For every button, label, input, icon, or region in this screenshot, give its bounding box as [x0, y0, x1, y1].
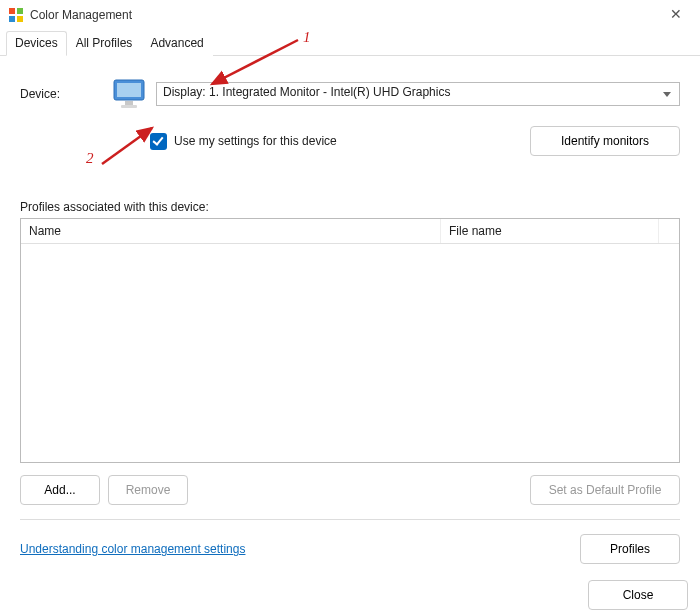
svg-rect-6 — [125, 101, 133, 105]
title-bar: Color Management ✕ — [0, 0, 700, 30]
svg-rect-7 — [121, 105, 137, 108]
color-mgmt-icon — [8, 7, 24, 23]
svg-rect-0 — [9, 8, 15, 14]
device-label: Device: — [20, 87, 110, 101]
close-button[interactable]: ✕ — [664, 6, 688, 22]
svg-rect-2 — [9, 16, 15, 22]
column-header-spacer — [659, 219, 679, 243]
tab-all-profiles[interactable]: All Profiles — [67, 31, 142, 56]
tab-advanced[interactable]: Advanced — [141, 31, 212, 56]
remove-button: Remove — [108, 475, 188, 505]
profiles-associated-label: Profiles associated with this device: — [20, 200, 680, 214]
window-title: Color Management — [30, 8, 132, 22]
svg-rect-1 — [17, 8, 23, 14]
profiles-button[interactable]: Profiles — [580, 534, 680, 564]
svg-rect-3 — [17, 16, 23, 22]
use-my-settings-label: Use my settings for this device — [174, 134, 337, 148]
device-selected-text: Display: 1. Integrated Monitor - Intel(R… — [163, 85, 450, 99]
monitor-icon — [110, 76, 150, 112]
profiles-listview[interactable]: Name File name — [20, 218, 680, 463]
identify-monitors-button[interactable]: Identify monitors — [530, 126, 680, 156]
column-header-filename[interactable]: File name — [441, 219, 659, 243]
tab-strip: Devices All Profiles Advanced — [0, 30, 700, 56]
divider — [20, 519, 680, 520]
understanding-link[interactable]: Understanding color management settings — [20, 542, 245, 556]
device-dropdown[interactable]: Display: 1. Integrated Monitor - Intel(R… — [156, 82, 680, 106]
set-default-profile-button: Set as Default Profile — [530, 475, 680, 505]
add-button[interactable]: Add... — [20, 475, 100, 505]
close-button-footer[interactable]: Close — [588, 580, 688, 610]
use-my-settings-checkbox[interactable] — [150, 133, 167, 150]
listview-header: Name File name — [21, 219, 679, 244]
svg-rect-5 — [117, 83, 141, 97]
tab-devices[interactable]: Devices — [6, 31, 67, 56]
column-header-name[interactable]: Name — [21, 219, 441, 243]
